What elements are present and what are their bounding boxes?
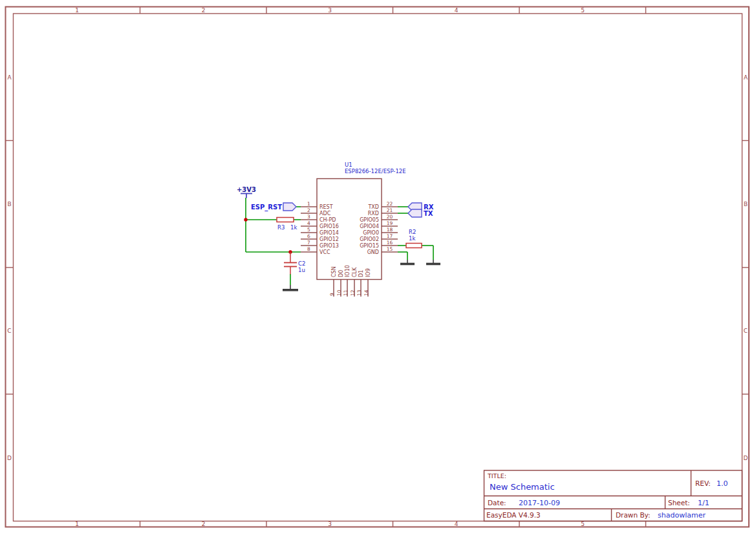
pin-name: CH-PD bbox=[319, 217, 336, 223]
rev-value[interactable]: 1.0 bbox=[717, 479, 728, 488]
pin-name: GPIO02 bbox=[360, 236, 379, 242]
ground-symbol[interactable] bbox=[426, 260, 440, 264]
netport-flag-icon bbox=[408, 209, 422, 217]
pin-number: 6 bbox=[307, 233, 310, 239]
pin-number: 22 bbox=[387, 201, 393, 207]
title-block: TITLE: New Schematic REV: 1.0 Date: 2017… bbox=[484, 470, 742, 521]
resistor-r3[interactable]: R3 1k bbox=[277, 218, 297, 231]
pin-number: 18 bbox=[387, 227, 393, 233]
pin-name: GPIO05 bbox=[360, 217, 379, 223]
date-value[interactable]: 2017-10-09 bbox=[519, 499, 560, 507]
pin-name: GPIO04 bbox=[360, 224, 379, 229]
pin-number: 19 bbox=[387, 220, 393, 226]
ground-symbol[interactable] bbox=[400, 260, 415, 264]
pin-name: CSN bbox=[331, 266, 337, 277]
netport-label: ESP_RST bbox=[251, 204, 282, 211]
pin-name: GPIO14 bbox=[319, 230, 339, 236]
resistor-r2[interactable]: R2 1k bbox=[406, 229, 422, 248]
ground-symbol[interactable] bbox=[283, 285, 298, 290]
pin-name: TXD bbox=[367, 204, 379, 210]
resistor-body bbox=[277, 218, 294, 222]
pin-name: GND bbox=[367, 249, 379, 255]
row-label: B bbox=[7, 201, 11, 207]
column-label: 3 bbox=[328, 521, 332, 527]
power-flag-3v3[interactable]: +3V3 bbox=[237, 186, 256, 198]
title-label: TITLE: bbox=[487, 472, 506, 479]
pin-number: 8 bbox=[307, 246, 310, 252]
resistor-ref: R2 bbox=[409, 229, 416, 235]
pin-number: 11 bbox=[343, 289, 349, 296]
ic-u1[interactable]: U1 ESP8266-12E/ESP-12E 1 2 3 4 5 6 7 8 R… bbox=[301, 162, 406, 297]
date-label: Date: bbox=[488, 499, 506, 507]
pin-name: VCC bbox=[319, 249, 330, 255]
drawn-by-value[interactable]: shadowlamer bbox=[658, 511, 706, 519]
capacitor-c2[interactable]: C2 1u bbox=[284, 252, 305, 275]
frame-ticks bbox=[6, 7, 750, 527]
sheet-value[interactable]: 1/1 bbox=[698, 499, 709, 507]
pin-number: 7 bbox=[307, 240, 310, 246]
pin-number: 12 bbox=[350, 289, 356, 296]
row-label: A bbox=[744, 74, 748, 81]
pin-name: GPIO15 bbox=[360, 243, 379, 249]
column-label: 4 bbox=[455, 521, 459, 527]
pin-name: IO9 bbox=[365, 268, 371, 277]
pin-number: 2 bbox=[307, 207, 310, 213]
resistor-ref: R3 bbox=[277, 224, 285, 231]
column-label: 5 bbox=[581, 521, 585, 527]
ic-value: ESP8266-12E/ESP-12E bbox=[345, 168, 406, 174]
pin-number: 3 bbox=[307, 214, 310, 220]
pin-name: GPIO16 bbox=[319, 224, 339, 229]
row-label: C bbox=[7, 328, 11, 334]
pin-number: 5 bbox=[307, 227, 310, 233]
capacitor-ref: C2 bbox=[298, 260, 305, 267]
resistor-body bbox=[406, 244, 422, 248]
netport-label: TX bbox=[424, 210, 433, 217]
row-label: C bbox=[744, 328, 748, 334]
pin-name: GPIO12 bbox=[319, 236, 339, 242]
pin-name: GPIO13 bbox=[319, 243, 339, 249]
schematic-canvas[interactable]: 1 2 3 4 5 1 2 3 4 5 A B C D A B C D bbox=[0, 0, 756, 535]
column-label: 4 bbox=[455, 7, 459, 14]
pin-number: 16 bbox=[387, 240, 393, 246]
column-label: 5 bbox=[581, 7, 585, 14]
sheet-label: Sheet: bbox=[668, 499, 690, 507]
column-label: 2 bbox=[202, 521, 206, 527]
pin-name: D1 bbox=[358, 270, 364, 277]
pin-number: 15 bbox=[387, 246, 393, 252]
netport-tx[interactable]: TX bbox=[408, 209, 433, 217]
netport-esp-rst[interactable]: ESP_RST bbox=[251, 203, 296, 211]
capacitor-value: 1u bbox=[298, 267, 305, 273]
column-label: 1 bbox=[75, 7, 79, 14]
pin-name: CLK bbox=[352, 267, 358, 277]
column-label: 3 bbox=[328, 7, 332, 14]
pin-number: 1 bbox=[307, 201, 310, 207]
rev-label: REV: bbox=[695, 479, 711, 487]
pin-number: 21 bbox=[387, 207, 393, 213]
pin-number: 14 bbox=[363, 289, 369, 296]
row-label: A bbox=[7, 74, 12, 81]
row-label: B bbox=[744, 201, 748, 207]
pin-number: 10 bbox=[336, 289, 342, 296]
row-label: D bbox=[7, 455, 12, 461]
sheet-frame: 1 2 3 4 5 1 2 3 4 5 A B C D A B C D bbox=[6, 7, 750, 528]
pin-number: 9 bbox=[329, 293, 335, 296]
resistor-value: 1k bbox=[290, 224, 297, 231]
drawn-by-label: Drawn By: bbox=[616, 511, 651, 519]
column-label: 2 bbox=[202, 7, 206, 14]
resistor-value: 1k bbox=[409, 235, 415, 242]
pin-name: IO10 bbox=[345, 265, 351, 277]
netport-flag-icon bbox=[283, 203, 296, 211]
pin-name: D0 bbox=[338, 270, 344, 277]
sheet-inner-border bbox=[14, 14, 742, 521]
column-label: 1 bbox=[75, 521, 79, 527]
row-label: D bbox=[744, 455, 748, 461]
pin-number: 20 bbox=[387, 214, 393, 220]
sheet-title[interactable]: New Schematic bbox=[490, 482, 555, 492]
pin-name: ADC bbox=[319, 211, 331, 216]
power-net-label: +3V3 bbox=[237, 186, 256, 193]
pin-number: 4 bbox=[307, 220, 310, 226]
pin-name: RXD bbox=[368, 211, 379, 216]
junction-dot bbox=[244, 218, 247, 221]
pin-name: REST bbox=[319, 204, 333, 210]
ic-ref: U1 bbox=[345, 162, 352, 168]
